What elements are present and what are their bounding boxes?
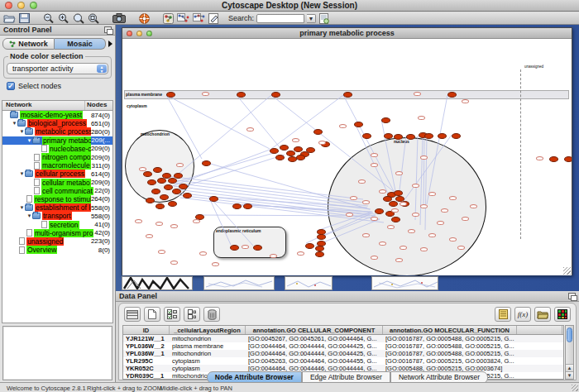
network-node[interactable]	[358, 179, 366, 184]
tree-row[interactable]: unassigned223(0)	[2, 237, 112, 246]
save-icon[interactable]	[19, 13, 30, 24]
network-node[interactable]	[146, 234, 153, 238]
zoom-fit-icon[interactable]	[88, 13, 99, 24]
expander-icon[interactable]: ▼	[12, 121, 17, 126]
network-node[interactable]	[420, 204, 428, 208]
scroll-up-arrow[interactable]: ▲	[566, 364, 573, 371]
network-node[interactable]	[318, 141, 326, 145]
network-node[interactable]	[449, 237, 457, 241]
network-node[interactable]	[170, 261, 178, 265]
network-node[interactable]	[156, 222, 163, 226]
network-node[interactable]	[564, 156, 572, 162]
network-node[interactable]	[362, 133, 371, 139]
tree-col-network[interactable]: Network	[2, 101, 84, 110]
network-node[interactable]	[339, 124, 347, 128]
color-attribute-select[interactable]: transporter activity ▲▼	[7, 63, 108, 74]
network-node[interactable]	[292, 138, 299, 142]
network-node[interactable]	[275, 155, 285, 160]
network-node[interactable]	[306, 147, 315, 153]
tree-row[interactable]: cellular metabo209(0)	[2, 179, 112, 187]
float-panel-icon[interactable]	[104, 26, 112, 33]
import-attributes-icon[interactable]	[534, 307, 551, 322]
network-node[interactable]	[174, 173, 183, 179]
background-window-fragment[interactable]	[285, 276, 333, 290]
network-node[interactable]	[286, 151, 295, 156]
network-node[interactable]	[420, 155, 428, 160]
network-node[interactable]	[395, 258, 403, 262]
tree-row[interactable]: nitrogen compo209(0)	[2, 153, 112, 161]
network-node[interactable]	[242, 245, 249, 249]
network-node[interactable]	[470, 204, 477, 208]
expander-icon[interactable]: ▼	[26, 138, 32, 143]
delete-attribute-icon[interactable]	[203, 307, 220, 322]
zoom-in-icon[interactable]	[58, 13, 69, 24]
network-node[interactable]	[164, 184, 173, 190]
network-node[interactable]	[371, 163, 378, 167]
network-node[interactable]	[424, 133, 433, 139]
network-node[interactable]	[391, 208, 399, 213]
unselect-attributes-icon[interactable]	[184, 307, 200, 322]
network-node[interactable]	[350, 196, 357, 200]
tab-network[interactable]: Network	[2, 38, 55, 50]
network-node[interactable]	[371, 256, 378, 260]
tree-row[interactable]: Overview8(0)	[2, 246, 112, 254]
network-node[interactable]	[391, 217, 400, 222]
tree-row[interactable]: macromolecule311(0)	[2, 161, 112, 170]
search-doc-icon[interactable]	[319, 13, 329, 24]
scrollbar-thumb[interactable]	[567, 327, 572, 342]
network-node[interactable]	[462, 99, 469, 103]
network-node[interactable]	[362, 233, 370, 237]
network-node[interactable]	[168, 178, 177, 184]
network-node[interactable]	[383, 196, 392, 202]
network-node[interactable]	[408, 229, 415, 233]
network-node[interactable]	[437, 221, 444, 225]
network-node[interactable]	[168, 201, 177, 207]
tree-row[interactable]: mosaic-demo-yeast874(0)	[2, 111, 112, 119]
window-resize-grip[interactable]	[563, 267, 571, 275]
network-node[interactable]	[183, 193, 192, 198]
network-node[interactable]	[412, 213, 419, 217]
tree-row[interactable]: ▼cellular process614(0)	[2, 170, 112, 178]
network-node[interactable]	[230, 245, 239, 251]
network-node[interactable]	[371, 153, 378, 157]
zoom-out-icon[interactable]	[43, 13, 55, 24]
network-node[interactable]	[428, 233, 436, 237]
annotation-icon[interactable]	[208, 13, 218, 24]
network-node[interactable]	[343, 92, 352, 98]
tree-row[interactable]: secretion41(0)	[2, 220, 112, 228]
background-window-fragment[interactable]	[371, 276, 438, 290]
background-window-fragment[interactable]	[122, 276, 193, 290]
tree-col-nodes[interactable]: Nodes	[84, 101, 112, 110]
table-row[interactable]: YLR295Ccytoplasm[GO:0045263, GO:0044464,…	[123, 357, 563, 365]
network-node[interactable]	[418, 116, 425, 120]
network-node[interactable]	[212, 262, 219, 266]
network-node[interactable]	[158, 250, 165, 254]
table-row[interactable]: YPL036W__2plasma membrane[GO:0044464, GO…	[123, 342, 563, 350]
network-node[interactable]	[157, 178, 166, 184]
tree-row[interactable]: cell communicat22(0)	[2, 187, 112, 195]
select-nodes-checkbox[interactable]: ✓	[7, 82, 15, 90]
expander-icon[interactable]: ▼	[19, 129, 25, 134]
expander-icon[interactable]: ▼	[19, 171, 25, 176]
network-node[interactable]	[199, 251, 207, 256]
network-canvas[interactable]: plasma membrane cytoplasm mitochondrion …	[122, 39, 572, 275]
zoom-selected-icon[interactable]	[73, 13, 84, 24]
network-node[interactable]	[271, 92, 280, 98]
network-node[interactable]	[384, 133, 393, 139]
network-node[interactable]	[202, 92, 209, 96]
network-node[interactable]	[412, 184, 419, 188]
network-node[interactable]	[457, 246, 465, 250]
network-node[interactable]	[139, 167, 146, 171]
network-node[interactable]	[305, 243, 314, 249]
network-node[interactable]	[270, 148, 279, 154]
network-node[interactable]	[379, 189, 386, 194]
table-column-header[interactable]: annotation.GO CELLULAR_COMPONENT	[246, 326, 383, 334]
network-node[interactable]	[375, 208, 384, 214]
network-node[interactable]	[135, 219, 142, 223]
network-node[interactable]	[394, 134, 403, 140]
network-node[interactable]	[243, 203, 252, 209]
search-input[interactable]	[256, 14, 304, 23]
network-node[interactable]	[179, 184, 188, 189]
network-edit2-icon[interactable]	[193, 13, 205, 24]
tree-row[interactable]: ▼metabolic process280(0)	[2, 127, 112, 136]
